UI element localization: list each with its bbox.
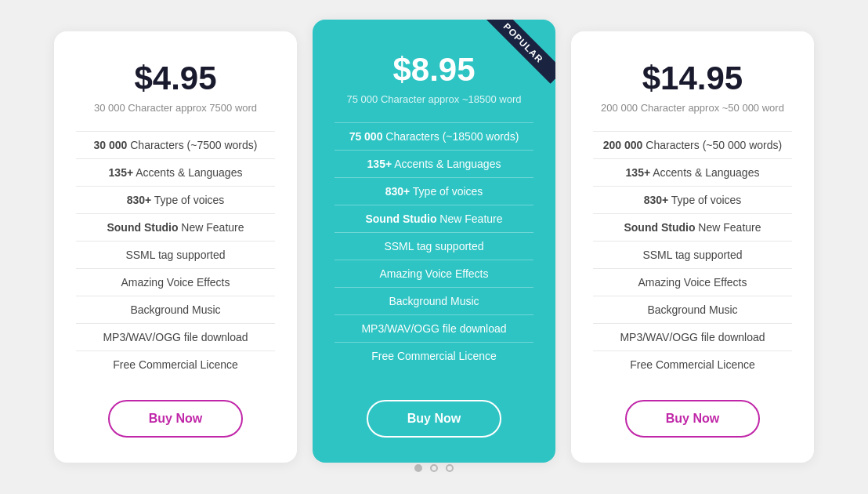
feature-item-0: 200 000 Characters (~50 000 words) [593,131,792,158]
dot-3[interactable] [446,464,454,472]
popular-badge-label: POPULAR [485,20,555,84]
feature-bold-1: 135+ [367,158,392,170]
feature-bold-1: 135+ [626,166,651,179]
plan-card-pro: $14.95 200 000 Character approx ~50 000 … [571,31,814,463]
feature-item-8: Free Commercial Licence [335,342,533,369]
plan-price: $14.95 [642,60,743,97]
feature-item-2: 830+ Type of voices [335,177,533,205]
plan-card-popular: POPULAR $8.95 75 000 Character approx ~1… [313,20,555,463]
dot-2[interactable] [430,464,438,472]
buy-now-button[interactable]: Buy Now [367,400,501,438]
feature-bold-1: 135+ [109,166,134,179]
buy-now-button[interactable]: Buy Now [108,400,243,438]
feature-item-7: MP3/WAV/OGG file download [335,314,533,342]
feature-item-5: Amazing Voice Effects [593,268,792,296]
feature-item-2: 830+ Type of voices [76,186,275,213]
feature-item-5: Amazing Voice Effects [76,268,275,296]
feature-item-6: Background Music [76,296,275,323]
feature-bold-2: 830+ [127,194,152,206]
feature-bold-2: 830+ [385,185,410,198]
feature-bold-0: 30 000 [94,139,128,151]
feature-bold-3: Sound Studio [107,221,178,234]
feature-item-0: 75 000 Characters (~18500 words) [335,122,533,150]
plan-price: $8.95 [392,51,475,89]
feature-bold-3: Sound Studio [624,221,695,234]
plan-price: $4.95 [134,60,216,97]
plan-subtitle: 30 000 Character approx 7500 word [94,102,257,114]
feature-bold-0: 200 000 [603,139,643,151]
feature-item-5: Amazing Voice Effects [335,260,533,287]
feature-item-3: Sound Studio New Feature [593,213,792,241]
feature-item-1: 135+ Accents & Languages [335,150,533,177]
plan-subtitle: 200 000 Character approx ~50 000 word [601,102,784,114]
feature-item-6: Background Music [593,296,792,323]
feature-item-3: Sound Studio New Feature [335,205,533,232]
feature-item-3: Sound Studio New Feature [76,213,275,241]
features-list: 200 000 Characters (~50 000 words)135+ A… [593,131,792,378]
feature-item-4: SSML tag supported [593,241,792,268]
feature-item-7: MP3/WAV/OGG file download [76,323,275,351]
feature-item-0: 30 000 Characters (~7500 words) [76,131,275,158]
pricing-page: $4.95 30 000 Character approx 7500 word … [0,8,868,486]
feature-item-7: MP3/WAV/OGG file download [593,323,792,351]
feature-item-4: SSML tag supported [335,232,533,260]
plan-subtitle: 75 000 Character approx ~18500 word [347,93,522,105]
pricing-container: $4.95 30 000 Character approx 7500 word … [0,8,868,486]
pagination-dots [414,464,454,472]
plan-card-basic: $4.95 30 000 Character approx 7500 word … [54,31,297,463]
feature-item-8: Free Commercial Licence [76,351,275,378]
features-list: 30 000 Characters (~7500 words)135+ Acce… [76,131,275,378]
buy-now-button[interactable]: Buy Now [625,400,760,438]
feature-item-6: Background Music [335,287,533,314]
dot-1[interactable] [414,464,422,472]
feature-item-8: Free Commercial Licence [593,351,792,378]
feature-bold-3: Sound Studio [365,212,436,225]
feature-item-2: 830+ Type of voices [593,186,792,213]
feature-item-1: 135+ Accents & Languages [593,158,792,186]
features-list: 75 000 Characters (~18500 words)135+ Acc… [335,122,533,378]
feature-item-1: 135+ Accents & Languages [76,158,275,186]
feature-bold-2: 830+ [644,194,669,206]
popular-badge: POPULAR [485,20,555,90]
feature-item-4: SSML tag supported [76,241,275,268]
feature-bold-0: 75 000 [349,130,383,143]
